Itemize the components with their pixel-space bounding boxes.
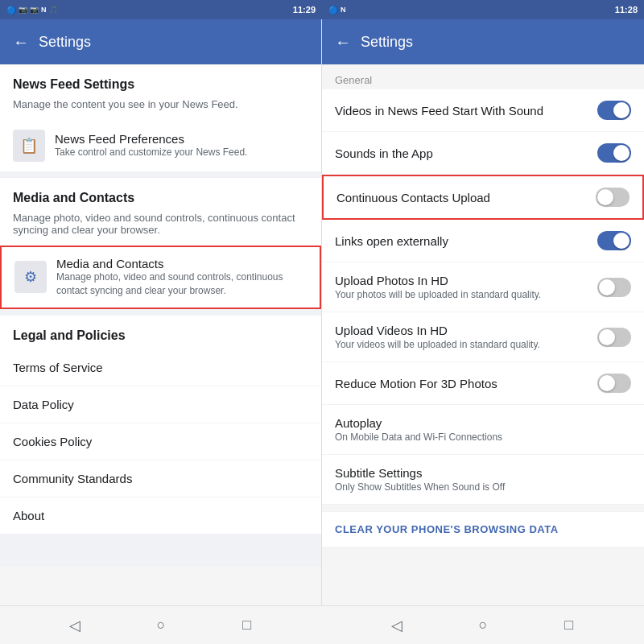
media-contacts-item-desc: Manage photo, video and sound controls, … (56, 270, 307, 298)
legal-header: Legal and Policies (0, 316, 321, 349)
nav-bars: ◁ ○ □ ◁ ○ □ (0, 605, 644, 644)
videos-sound-toggle[interactable] (597, 101, 631, 120)
left-header-title: Settings (39, 34, 91, 51)
clear-browsing-link[interactable]: CLEAR YOUR PHONE'S BROWSING DATA (322, 511, 644, 547)
photos-hd-toggle[interactable] (597, 278, 631, 297)
autoplay-item[interactable]: Autoplay On Mobile Data and Wi-Fi Connec… (322, 405, 644, 455)
autoplay-desc: On Mobile Data and Wi-Fi Connections (335, 431, 502, 443)
subtitle-title: Subtitle Settings (335, 466, 505, 480)
links-external-item: Links open externally (322, 220, 644, 262)
nav-home-left[interactable]: ○ (151, 616, 171, 635)
videos-hd-toggle[interactable] (597, 328, 631, 347)
media-contacts-desc: Manage photo, video and sound controls, … (0, 212, 321, 246)
status-bar-right-icons: 11:29 (293, 5, 316, 14)
nav-square-right[interactable]: □ (559, 616, 579, 635)
nav-bar-right: ◁ ○ □ (322, 606, 644, 644)
media-contacts-item[interactable]: ⚙ Media and Contacts Manage photo, video… (0, 246, 321, 309)
icon-insta: 📷 (19, 6, 27, 14)
media-contacts-section: Media and Contacts Manage photo, video a… (0, 178, 321, 309)
nav-back-left[interactable]: ◁ (65, 616, 85, 635)
media-contacts-icon: ⚙ (14, 261, 47, 293)
videos-sound-item: Videos in News Feed Start With Sound (322, 89, 644, 132)
status-bar-left-icons: 🔵 📷 📷 N 🎵 (6, 6, 58, 14)
toggle-thumb-motion (599, 375, 615, 391)
data-policy-item[interactable]: Data Policy (0, 386, 321, 423)
status-time-right: 11:28 (615, 5, 638, 14)
nav-bar-left: ◁ ○ □ (0, 606, 322, 644)
bottom-spacer (0, 535, 321, 567)
news-feed-prefs-item[interactable]: 📋 News Feed Preferences Take control and… (0, 120, 321, 171)
continuous-contacts-item: Continuous Contacts Upload (322, 175, 644, 220)
toggle-thumb-photos (599, 279, 615, 295)
videos-hd-desc: Your videos will be uploaded in standard… (335, 339, 540, 350)
media-contacts-header: Media and Contacts (0, 178, 321, 212)
sounds-app-item: Sounds in the App (322, 132, 644, 175)
icon-media: 🎵 (49, 6, 58, 14)
subtitle-desc: Only Show Subtitles When Sound is Off (335, 481, 505, 493)
autoplay-title: Autoplay (335, 416, 502, 430)
toggle-thumb-videos (613, 102, 630, 118)
terms-of-service-item[interactable]: Terms of Service (0, 349, 321, 386)
toggle-thumb-sounds (613, 145, 630, 161)
status-time-left: 11:29 (293, 5, 316, 14)
photos-hd-title: Upload Photos In HD (335, 274, 541, 287)
right-header-title: Settings (361, 34, 413, 51)
status-bar-left-screen: 🔵 📷 📷 N 🎵 11:29 (0, 0, 322, 19)
divider-1 (0, 171, 321, 178)
reduce-motion-toggle[interactable] (597, 374, 631, 393)
screen-right: ← Settings General Videos in News Feed S… (322, 19, 644, 605)
status-bar-right-left-icons: 🔵 N (328, 6, 346, 14)
videos-hd-item: Upload Videos In HD Your videos will be … (322, 312, 644, 362)
screen-left: ← Settings News Feed Settings Manage the… (0, 19, 322, 605)
left-content: News Feed Settings Manage the content yo… (0, 64, 321, 605)
photos-hd-item: Upload Photos In HD Your photos will be … (322, 262, 644, 312)
nav-home-right[interactable]: ○ (473, 616, 493, 635)
status-bar-right-right-icons: 11:28 (615, 5, 638, 14)
news-feed-prefs-title: News Feed Preferences (55, 132, 247, 146)
toggle-thumb-videos-hd (599, 329, 615, 345)
videos-hd-title: Upload Videos In HD (335, 324, 540, 337)
icon-insta2: 📷 (30, 6, 39, 14)
links-external-toggle[interactable] (597, 231, 631, 250)
screens: ← Settings News Feed Settings Manage the… (0, 19, 644, 605)
media-contacts-item-title: Media and Contacts (56, 257, 307, 270)
icon-bt: 🔵 (6, 6, 16, 14)
status-bar-right-screen: 🔵 N 11:28 (322, 0, 644, 19)
continuous-contacts-title: Continuous Contacts Upload (336, 191, 490, 204)
about-item[interactable]: About (0, 497, 321, 535)
videos-sound-title: Videos in News Feed Start With Sound (335, 104, 543, 118)
nav-back-right[interactable]: ◁ (387, 616, 407, 635)
right-back-button[interactable]: ← (335, 33, 351, 52)
general-label: General (322, 64, 644, 89)
photos-hd-desc: Your photos will be uploaded in standard… (335, 289, 541, 300)
nav-square-left[interactable]: □ (237, 616, 257, 635)
left-back-button[interactable]: ← (13, 33, 29, 52)
icon-n: N (41, 6, 47, 14)
sounds-app-title: Sounds in the App (335, 147, 433, 160)
right-content: General Videos in News Feed Start With S… (322, 64, 644, 605)
community-standards-item[interactable]: Community Standards (0, 460, 321, 497)
news-feed-prefs-desc: Take control and customize your News Fee… (55, 146, 247, 159)
right-header: ← Settings (322, 19, 644, 64)
reduce-motion-title: Reduce Motion For 3D Photos (335, 377, 497, 390)
divider-2 (0, 309, 321, 316)
links-external-title: Links open externally (335, 234, 448, 248)
legal-section: Legal and Policies Terms of Service Data… (0, 316, 321, 535)
continuous-contacts-toggle[interactable] (596, 188, 630, 207)
left-header: ← Settings (0, 19, 321, 64)
toggle-thumb-links (613, 233, 630, 249)
status-bars: 🔵 📷 📷 N 🎵 11:29 🔵 N 11:28 (0, 0, 644, 19)
icon-bt2: 🔵 (328, 6, 338, 14)
cookies-policy-item[interactable]: Cookies Policy (0, 423, 321, 460)
toggle-thumb-contacts (597, 189, 613, 205)
subtitle-item[interactable]: Subtitle Settings Only Show Subtitles Wh… (322, 455, 644, 505)
reduce-motion-item: Reduce Motion For 3D Photos (322, 362, 644, 405)
news-feed-header: News Feed Settings (0, 64, 321, 98)
news-feed-icon: 📋 (13, 130, 45, 162)
icon-n2: N (341, 6, 346, 14)
news-feed-desc: Manage the content you see in your News … (0, 98, 321, 120)
news-feed-section: News Feed Settings Manage the content yo… (0, 64, 321, 171)
sounds-app-toggle[interactable] (597, 143, 631, 163)
